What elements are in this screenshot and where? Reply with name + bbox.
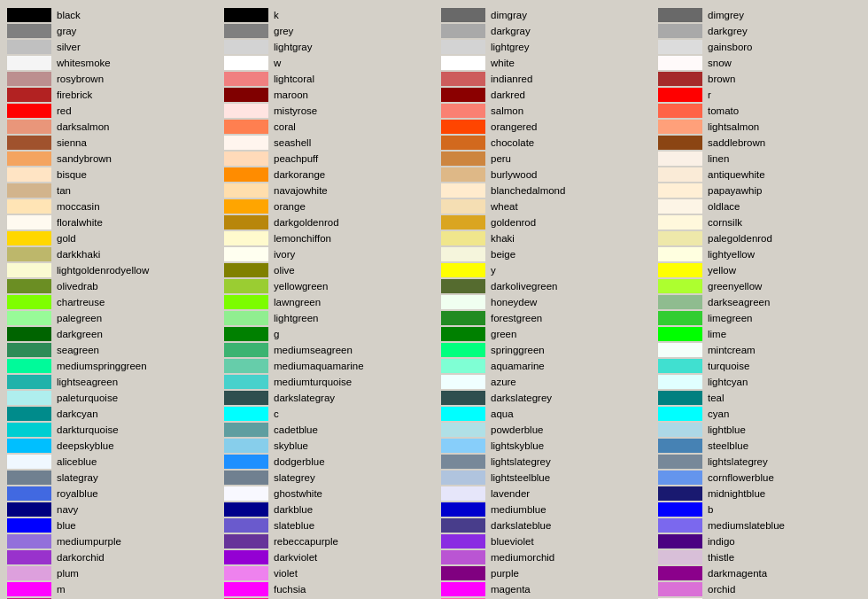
color-row: mediumblue [441,502,658,517]
color-row: saddlebrown [658,135,868,150]
color-row: khaki [441,230,658,245]
color-row: darkgray [441,23,658,38]
color-name-label: darkturquoise [57,424,119,435]
color-swatch [224,423,268,437]
color-name-label: b [708,504,713,515]
color-swatch [7,8,51,22]
color-swatch [658,582,702,596]
color-name-label: brown [708,74,735,84]
color-name-label: seashell [274,137,311,148]
color-row: wheat [441,198,658,214]
color-swatch [224,582,268,596]
color-row: fuchsia [224,581,441,596]
color-swatch [7,120,51,134]
color-row: lightcoral [224,71,441,86]
color-row: papayawhip [658,183,868,198]
color-row: lemonchiffon [224,230,441,245]
color-swatch [7,104,51,118]
color-row: slategray [7,470,224,485]
color-name-label: beige [491,249,515,260]
color-row: darkorange [224,167,441,182]
color-swatch [7,311,51,325]
color-row: peru [441,151,658,166]
color-name-label: lightyellow [708,249,755,260]
color-row: b [658,502,868,517]
color-row: lightblue [658,422,868,437]
color-swatch [441,423,485,437]
color-row: darkcyan [7,406,224,421]
color-swatch [658,279,702,293]
color-name-label: lightgoldenrodyellow [57,265,149,276]
color-swatch [658,24,702,38]
column-col3: dimgraydarkgraylightgreywhiteindianredda… [441,7,658,599]
color-name-label: darkslategrey [491,393,552,403]
color-row: g [224,326,441,341]
color-swatch [658,295,702,309]
color-row: greenyellow [658,278,868,293]
color-row: darkred [441,87,658,102]
color-name-label: magenta [491,584,531,595]
color-name-label: grey [274,26,293,36]
color-name-label: moccasin [57,201,100,212]
color-swatch [658,56,702,70]
color-row: gainsboro [658,39,868,54]
color-swatch [658,152,702,166]
color-name-label: mediumseagreen [274,345,353,355]
color-swatch [224,550,268,564]
color-name-label: mintcream [708,345,756,355]
color-name-label: mistyrose [274,105,317,116]
color-swatch [224,311,268,325]
color-swatch [658,566,702,580]
color-row: sienna [7,135,224,150]
color-row: burlywood [441,167,658,182]
color-name-label: darkslateblue [491,520,551,531]
color-swatch [441,534,485,548]
color-name-label: lightblue [708,424,746,435]
color-swatch [224,471,268,485]
color-row: aquamarine [441,358,658,373]
color-name-label: yellowgreen [274,281,328,292]
color-row: silver [7,39,224,54]
color-row: mediumaquamarine [224,358,441,373]
color-swatch [658,486,702,501]
color-name-label: lightgray [274,42,312,52]
color-row: chartreuse [7,294,224,309]
color-row: y [441,262,658,277]
color-swatch [658,343,702,357]
color-row: teal [658,390,868,405]
color-row: deepskyblue [7,438,224,453]
color-name-label: darkviolet [274,552,317,563]
color-row: black [7,7,224,22]
color-name-label: ivory [274,249,295,260]
color-row: r [658,87,868,102]
color-swatch [7,566,51,580]
color-row: darkkhaki [7,246,224,261]
color-swatch [441,439,485,453]
color-name-label: turquoise [708,361,749,371]
color-row: darkgrey [658,23,868,38]
color-swatch [441,566,485,580]
color-name-label: lightskyblue [491,440,544,451]
color-row: aliceblue [7,454,224,469]
color-name-label: darkred [491,89,525,100]
color-row: maroon [224,87,441,102]
color-name-label: teal [708,393,725,403]
color-name-label: forestgreen [491,313,542,323]
color-row: lightyellow [658,246,868,261]
color-row: peachpuff [224,151,441,166]
color-swatch [7,183,51,198]
color-name-label: darkslategray [274,393,335,403]
color-row: violet [224,565,441,580]
color-row: white [441,55,658,70]
color-name-label: mediumorchid [491,552,554,563]
color-name-label: darkgray [491,26,531,36]
color-name-label: powderblue [491,424,543,435]
color-swatch [441,199,485,214]
color-swatch [441,550,485,564]
color-name-label: olive [274,265,295,276]
color-row: slateblue [224,517,441,533]
color-name-label: mediumaquamarine [274,361,364,371]
color-swatch [224,120,268,134]
color-swatch [224,407,268,421]
color-name-label: lime [708,329,726,339]
